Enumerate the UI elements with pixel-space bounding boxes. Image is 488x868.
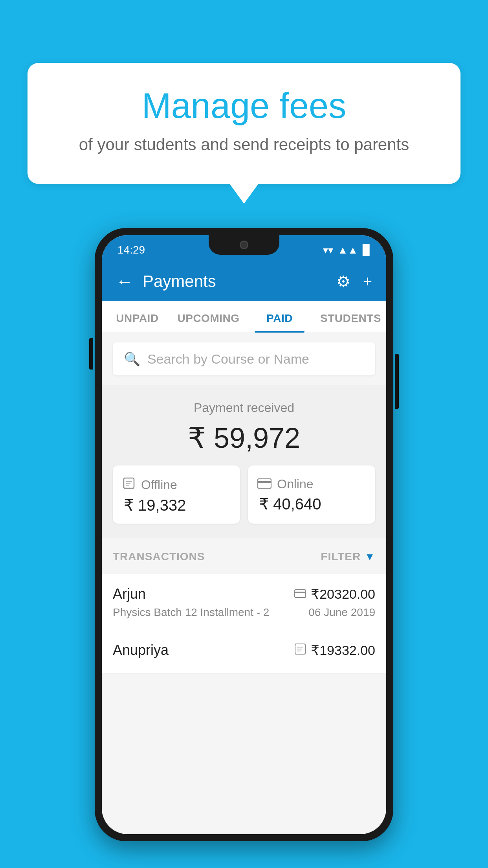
tab-upcoming[interactable]: UPCOMING (173, 301, 244, 333)
offline-amount: ₹ 19,332 (122, 496, 186, 514)
payment-total-amount: ₹ 59,972 (102, 421, 386, 454)
speech-bubble-container: Manage fees of your students and send re… (28, 63, 460, 184)
transaction-amount: ₹20320.00 (311, 586, 375, 602)
online-label: Online (277, 477, 314, 491)
online-amount: ₹ 40,640 (257, 495, 321, 513)
settings-icon[interactable]: ⚙ (336, 272, 350, 291)
wifi-icon: ▾▾ (323, 244, 333, 256)
svg-rect-6 (295, 590, 306, 598)
add-icon[interactable]: + (363, 273, 372, 291)
svg-rect-4 (258, 479, 271, 488)
phone-frame: 14:29 ▾▾ ▲▲ ▉ ← Payments ⚙ + UNPAID (95, 228, 393, 841)
phone-screen: 14:29 ▾▾ ▲▲ ▉ ← Payments ⚙ + UNPAID (102, 235, 386, 834)
offline-label: Offline (141, 478, 177, 492)
search-container: 🔍 Search by Course or Name (102, 333, 386, 385)
speech-bubble: Manage fees of your students and send re… (28, 63, 460, 184)
status-icons: ▾▾ ▲▲ ▉ (323, 244, 371, 256)
transaction-payment-icon (294, 587, 306, 601)
payment-summary: Payment received ₹ 59,972 (102, 385, 386, 538)
payment-received-label: Payment received (102, 401, 386, 415)
offline-payment-card: Offline ₹ 19,332 (113, 465, 240, 524)
tabs-bar: UNPAID UPCOMING PAID STUDENTS (102, 301, 386, 333)
transaction-date: 06 June 2019 (308, 606, 375, 619)
svg-rect-7 (295, 592, 306, 593)
online-payment-card: Online ₹ 40,640 (248, 465, 375, 524)
transaction-row-top: Arjun ₹20320.00 (113, 586, 375, 602)
transaction-amount-wrap: ₹19332.00 (294, 642, 375, 658)
header-title: Payments (143, 272, 327, 291)
bubble-title: Manage fees (59, 86, 429, 125)
phone-notch (209, 235, 279, 255)
status-time: 14:29 (117, 244, 145, 256)
transaction-row-top: Anupriya ₹19332.00 (113, 642, 375, 658)
offline-card-header: Offline (122, 476, 177, 493)
search-input[interactable]: Search by Course or Name (147, 351, 309, 367)
offline-icon (122, 476, 136, 493)
transaction-amount-wrap: ₹20320.00 (294, 586, 375, 602)
payment-cards: Offline ₹ 19,332 (102, 465, 386, 524)
online-card-header: Online (257, 476, 314, 492)
transactions-header: TRANSACTIONS FILTER ▼ (102, 538, 386, 574)
transaction-row[interactable]: Anupriya ₹19332.00 (102, 630, 386, 674)
phone-mockup: 14:29 ▾▾ ▲▲ ▉ ← Payments ⚙ + UNPAID (95, 228, 393, 841)
filter-icon: ▼ (365, 551, 375, 563)
bubble-subtitle: of your students and send receipts to pa… (59, 133, 429, 156)
front-camera (240, 241, 248, 249)
online-icon (257, 476, 272, 492)
svg-rect-5 (258, 481, 271, 483)
tab-students[interactable]: STUDENTS (315, 301, 386, 333)
back-button[interactable]: ← (116, 273, 133, 290)
transaction-payment-icon (294, 643, 306, 658)
header-action-icons: ⚙ + (336, 272, 372, 291)
transaction-amount: ₹19332.00 (311, 642, 375, 658)
filter-button[interactable]: FILTER ▼ (321, 550, 375, 563)
search-icon: 🔍 (124, 351, 140, 367)
filter-label: FILTER (321, 550, 361, 563)
signal-icon: ▲▲ (338, 244, 358, 256)
transaction-name: Arjun (113, 586, 146, 602)
transaction-name: Anupriya (113, 642, 169, 658)
transaction-course: Physics Batch 12 Installment - 2 (113, 606, 269, 619)
tab-unpaid[interactable]: UNPAID (102, 301, 173, 333)
transactions-label: TRANSACTIONS (113, 550, 205, 563)
battery-icon: ▉ (363, 244, 371, 256)
search-bar[interactable]: 🔍 Search by Course or Name (113, 342, 375, 375)
transaction-row[interactable]: Arjun ₹20320.00 Physics (102, 574, 386, 630)
tab-paid[interactable]: PAID (244, 301, 315, 333)
transaction-list: Arjun ₹20320.00 Physics (102, 574, 386, 674)
app-header: ← Payments ⚙ + (102, 262, 386, 301)
transaction-row-bottom: Physics Batch 12 Installment - 2 06 June… (113, 606, 375, 619)
